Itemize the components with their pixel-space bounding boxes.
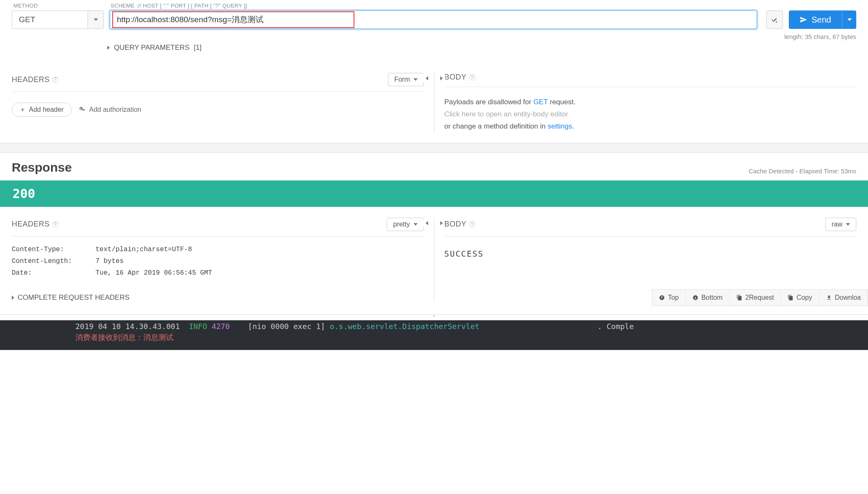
req-body-title: BODY	[444, 73, 467, 82]
resp-headers-mode-label: pretty	[393, 221, 410, 228]
collapse-right-icon[interactable]	[438, 75, 445, 82]
add-authorization-button[interactable]: Add authorization	[79, 106, 142, 113]
add-auth-label: Add authorization	[89, 106, 142, 113]
response-body-content: SUCCESS	[444, 249, 857, 258]
body-msg-prefix: Payloads are disallowed for	[444, 98, 534, 106]
add-header-button[interactable]: Add header	[12, 103, 72, 117]
tool-label: Downloa	[835, 294, 861, 301]
method-label: METHOD	[12, 3, 111, 9]
url-input[interactable]	[110, 10, 757, 29]
send-caret-icon[interactable]	[842, 10, 856, 29]
tool-label: 2Request	[745, 294, 774, 301]
query-params-label: QUERY PARAMETERS	[114, 44, 189, 52]
status-bar: 200	[0, 180, 868, 207]
tool-label: Top	[668, 294, 679, 301]
header-row: Content-Length: 7 bytes	[12, 257, 424, 265]
headers-mode-label: Form	[394, 76, 410, 83]
complete-request-headers-toggle[interactable]: COMPLETE REQUEST HEADERS	[12, 293, 424, 302]
resp-body-mode-select[interactable]: raw	[825, 218, 856, 231]
key-icon	[79, 106, 86, 113]
body-message: Payloads are disallowed for GET request.…	[444, 96, 857, 133]
headers-mode-select[interactable]: Form	[388, 73, 424, 86]
chevron-down-icon	[413, 223, 418, 226]
header-key: Date:	[12, 269, 96, 277]
send-icon	[800, 16, 807, 23]
arrow-up-circle-icon	[659, 295, 665, 301]
resp-headers-mode-select[interactable]: pretty	[387, 218, 424, 231]
help-icon[interactable]: ?	[52, 77, 59, 83]
header-val: text/plain;charset=UTF-8	[96, 246, 424, 253]
resp-body-mode-label: raw	[832, 221, 842, 228]
tool-label: Bottom	[701, 294, 723, 301]
settings-link[interactable]: settings	[548, 122, 572, 130]
collapse-left-icon[interactable]	[423, 219, 431, 227]
response-headers-table: Content-Type: text/plain;charset=UTF-8 C…	[12, 246, 424, 277]
download-icon	[826, 295, 832, 301]
arrow-down-circle-icon	[692, 295, 698, 301]
method-value: GET	[12, 11, 88, 28]
help-icon[interactable]: ?	[469, 74, 475, 80]
terminal-line: 2019 04 10 14.30.43.001 INFO 4270 [nio 0…	[0, 322, 868, 331]
header-key: Content-Type:	[12, 246, 96, 253]
query-parameters-toggle[interactable]: QUERY PARAMETERS [1]	[12, 44, 856, 52]
help-icon[interactable]: ?	[469, 221, 475, 227]
response-title: Response	[12, 160, 72, 175]
drag-handle[interactable]: ⌃	[0, 314, 868, 320]
method-caret-icon[interactable]	[88, 11, 103, 28]
url-label: SCHEME :// HOST [ ":" PORT ] [ PATH [ "?…	[111, 3, 856, 9]
panel-divider	[0, 143, 868, 153]
scroll-top-button[interactable]: Top	[652, 290, 686, 306]
url-length-info: length: 35 chars, 67 bytes	[12, 33, 856, 40]
resp-body-title: BODY	[444, 220, 467, 229]
terminal-panel: 2019 04 10 14.30.43.001 INFO 4270 [nio 0…	[0, 320, 868, 350]
body-msg-suffix: request.	[548, 98, 576, 106]
copy-icon	[788, 295, 793, 301]
query-params-count: [1]	[194, 44, 202, 52]
header-val: 7 bytes	[96, 257, 424, 265]
tool-label: Copy	[796, 294, 812, 301]
req-headers-title: HEADERS	[12, 75, 50, 84]
send-label: Send	[811, 15, 831, 25]
add-header-label: Add header	[29, 106, 64, 113]
chevron-down-icon	[846, 223, 850, 226]
wand-icon	[771, 16, 778, 23]
body-msg-line3a: or change a method definition in	[444, 122, 548, 130]
header-row: Content-Type: text/plain;charset=UTF-8	[12, 246, 424, 253]
scroll-bottom-button[interactable]: Bottom	[686, 290, 730, 306]
copy-up-icon	[736, 295, 742, 301]
body-msg-line3b: .	[572, 122, 574, 130]
open-entity-editor-link[interactable]: Click here to open an entity-body editor	[444, 108, 857, 121]
to-request-button[interactable]: 2Request	[730, 290, 781, 306]
plus-icon	[20, 107, 26, 113]
method-select[interactable]: GET	[12, 10, 104, 29]
collapse-left-icon[interactable]	[423, 75, 431, 82]
chevron-right-icon	[12, 296, 14, 300]
response-meta: Cache Detected - Elapsed Time: 53ms	[749, 167, 856, 175]
drag-icon: ⌃	[432, 314, 437, 320]
body-msg-method-link[interactable]: GET	[533, 98, 548, 106]
magic-wand-button[interactable]	[766, 10, 783, 29]
chevron-down-icon	[413, 78, 418, 81]
complete-headers-label: COMPLETE REQUEST HEADERS	[18, 293, 129, 302]
header-row: Date: Tue, 16 Apr 2019 06:56:45 GMT	[12, 269, 424, 277]
terminal-line: 消费者接收到消息：消息测试	[0, 332, 868, 342]
resp-headers-title: HEADERS	[12, 220, 50, 229]
help-icon[interactable]: ?	[52, 221, 59, 227]
copy-button[interactable]: Copy	[781, 290, 819, 306]
download-button[interactable]: Downloa	[819, 290, 868, 306]
header-val: Tue, 16 Apr 2019 06:56:45 GMT	[96, 269, 424, 277]
chevron-right-icon	[107, 46, 110, 50]
header-key: Content-Length:	[12, 257, 96, 265]
send-button[interactable]: Send	[789, 10, 856, 29]
response-body-toolbar: Top Bottom 2Request Copy Downloa	[652, 289, 868, 306]
